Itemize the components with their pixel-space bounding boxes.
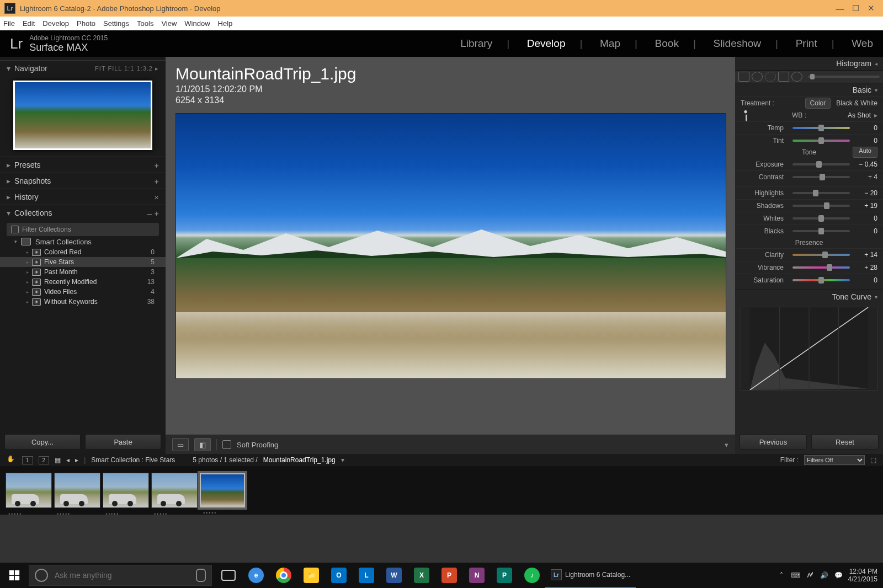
battery-icon[interactable]: 🗲: [805, 570, 815, 580]
module-web[interactable]: Web: [852, 38, 873, 49]
slider-clarity[interactable]: [792, 254, 850, 256]
slider-tint[interactable]: [792, 140, 850, 142]
menu-tools[interactable]: Tools: [137, 19, 153, 28]
menu-view[interactable]: View: [161, 19, 177, 28]
menu-photo[interactable]: Photo: [77, 19, 95, 28]
collections-add-icon[interactable]: – +: [147, 209, 159, 218]
collections-header[interactable]: ▾Collections– +: [0, 205, 166, 221]
history-clear-icon[interactable]: ×: [154, 193, 159, 202]
graduated-filter-icon[interactable]: [778, 72, 789, 82]
spotify-icon[interactable]: ♪: [519, 563, 545, 588]
action-center-icon[interactable]: 💬: [834, 570, 844, 580]
thumbnail-3[interactable]: ●●●●●: [103, 473, 149, 508]
module-book[interactable]: Book: [655, 38, 679, 49]
cortana-search[interactable]: [29, 565, 212, 586]
publisher-icon[interactable]: P: [491, 563, 518, 588]
word-icon[interactable]: W: [381, 563, 407, 588]
toolbar-menu-button[interactable]: ▾: [725, 441, 728, 449]
slider-highlights[interactable]: [792, 192, 850, 194]
chrome-icon[interactable]: [270, 563, 297, 588]
collection-item-recently-modified[interactable]: ▸Recently Modified13: [0, 277, 166, 287]
filter-collections-input[interactable]: Filter Collections: [7, 223, 159, 236]
presets-add-icon[interactable]: +: [154, 161, 159, 170]
collection-item-video-files[interactable]: ▸Video Files4: [0, 287, 166, 297]
taskbar-app-lightroom[interactable]: Lr Lightroom 6 Catalog...: [545, 562, 636, 588]
filter-dropdown[interactable]: Filters Off: [804, 455, 865, 465]
keyboard-icon[interactable]: ⌨: [791, 570, 801, 580]
history-header[interactable]: ▸History×: [0, 189, 166, 205]
before-after-button[interactable]: ◧: [194, 438, 211, 451]
collection-item-without-keywords[interactable]: ▸Without Keywords38: [0, 297, 166, 307]
module-print[interactable]: Print: [796, 38, 817, 49]
snapshots-header[interactable]: ▸Snapshots+: [0, 173, 166, 189]
menu-file[interactable]: File: [3, 19, 15, 28]
breadcrumb-collection[interactable]: Smart Collection : Five Stars: [91, 456, 175, 464]
lync-icon[interactable]: L: [353, 563, 380, 588]
brush-size-slider[interactable]: [808, 76, 880, 78]
menu-develop[interactable]: Develop: [42, 19, 69, 28]
collection-item-five-stars[interactable]: ▸Five Stars5: [0, 257, 166, 267]
excel-icon[interactable]: X: [408, 563, 435, 588]
wb-eyedropper-icon[interactable]: [738, 108, 752, 122]
smart-collections-folder[interactable]: ▾ Smart Collections: [0, 236, 166, 247]
basic-header[interactable]: Basic▾: [735, 83, 883, 97]
thumbnail-4[interactable]: ●●●●●: [151, 473, 198, 508]
presets-header[interactable]: ▸Presets+: [0, 157, 166, 173]
spot-removal-icon[interactable]: [752, 72, 763, 82]
window-1-button[interactable]: 1: [22, 456, 33, 464]
minimize-button[interactable]: —: [832, 4, 848, 13]
thumbnail-5-selected[interactable]: ●●●●●: [200, 473, 245, 507]
auto-tone-button[interactable]: Auto: [853, 147, 877, 158]
wb-value-dropdown[interactable]: As Shot: [848, 111, 871, 119]
slider-shadows[interactable]: [792, 205, 850, 207]
clock[interactable]: 12:04 PM 4/21/2015: [848, 568, 877, 583]
tonecurve-header[interactable]: Tone Curve▾: [735, 290, 883, 303]
filter-lock-icon[interactable]: ⬚: [870, 456, 876, 464]
navigator-header[interactable]: ▾ Navigator FIT FILL 1:1 1:3.2 ▸: [0, 60, 166, 76]
ie-icon[interactable]: e: [243, 563, 269, 588]
thumbnail-1[interactable]: ●●●●●: [6, 473, 52, 508]
crop-tool-icon[interactable]: [738, 72, 749, 82]
window-2-button[interactable]: 2: [39, 456, 50, 464]
navigator-thumbnail[interactable]: [13, 81, 152, 150]
slider-exposure[interactable]: [792, 163, 850, 165]
treatment-color-button[interactable]: Color: [805, 98, 831, 109]
reset-button[interactable]: Reset: [811, 434, 879, 450]
soft-proofing-checkbox[interactable]: [222, 440, 231, 449]
close-button[interactable]: ✕: [863, 3, 879, 13]
slider-blacks[interactable]: [792, 230, 850, 232]
slider-saturation[interactable]: [792, 279, 850, 281]
next-photo-icon[interactable]: ▸: [75, 456, 78, 464]
slider-contrast[interactable]: [792, 176, 850, 178]
second-monitor-icon[interactable]: ✋: [7, 455, 17, 465]
menu-help[interactable]: Help: [218, 19, 233, 28]
loupe-view-button[interactable]: ▭: [172, 438, 189, 451]
tone-curve-graph[interactable]: [741, 307, 877, 391]
slider-temp[interactable]: [792, 127, 850, 129]
outlook-icon[interactable]: O: [326, 563, 352, 588]
slider-vibrance[interactable]: [792, 266, 850, 269]
redeye-tool-icon[interactable]: [765, 72, 776, 82]
powerpoint-icon[interactable]: P: [436, 563, 462, 588]
image-viewport[interactable]: [175, 113, 725, 435]
thumbnail-2[interactable]: ●●●●●: [54, 473, 100, 508]
taskview-icon[interactable]: [215, 563, 242, 588]
collection-item-past-month[interactable]: ▸Past Month3: [0, 267, 166, 277]
maximize-button[interactable]: ☐: [848, 3, 863, 13]
explorer-icon[interactable]: 📁: [298, 563, 325, 588]
previous-button[interactable]: Previous: [740, 434, 807, 450]
search-input[interactable]: [54, 570, 196, 580]
paste-button[interactable]: Paste: [85, 434, 161, 450]
module-map[interactable]: Map: [600, 38, 620, 49]
module-slideshow[interactable]: Slideshow: [713, 38, 761, 49]
copy-button[interactable]: Copy...: [4, 434, 81, 450]
module-library[interactable]: Library: [460, 38, 492, 49]
snapshots-add-icon[interactable]: +: [154, 177, 159, 186]
treatment-bw-button[interactable]: Black & White: [836, 99, 877, 107]
prev-photo-icon[interactable]: ◂: [66, 456, 70, 464]
menu-settings[interactable]: Settings: [103, 19, 129, 28]
volume-icon[interactable]: 🔊: [820, 570, 829, 580]
collection-item-colored-red[interactable]: ▸Colored Red0: [0, 247, 166, 257]
grid-view-icon[interactable]: ▦: [55, 456, 61, 464]
microphone-icon[interactable]: [196, 569, 206, 582]
